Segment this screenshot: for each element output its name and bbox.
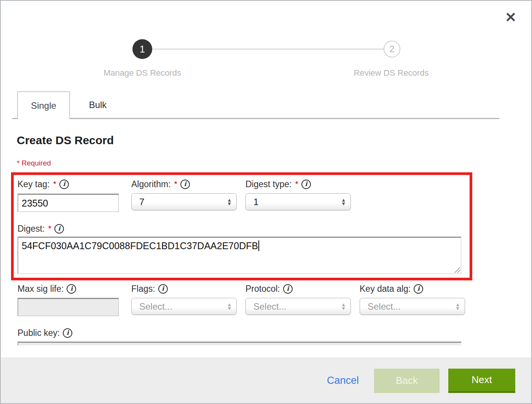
info-icon[interactable]: i [67,284,76,294]
digest-label-text: Digest: [18,224,45,234]
protocol-select[interactable]: Select... ▲▼ [245,298,351,315]
modal-footer: Cancel Back Next [1,358,531,403]
protocol-label: Protocol: i [245,283,293,294]
required-note: * Required [17,159,51,167]
flags-label: Flags: i [131,283,168,294]
info-icon[interactable]: i [414,284,423,294]
info-icon-glyph: i [305,181,307,187]
max-sig-life-label: Max sig life: i [18,283,76,294]
select-arrows-icon: ▲▼ [341,298,346,315]
key-data-alg-placeholder: Select... [368,301,401,312]
step-2-circle: 2 [384,41,400,57]
digest-type-value: 1 [253,197,258,207]
select-arrows-icon: ▲▼ [341,194,346,210]
arrow-down-icon: ▼ [455,307,460,310]
max-sig-life-label-text: Max sig life: [18,284,64,294]
info-icon[interactable]: i [63,328,72,338]
protocol-label-text: Protocol: [245,284,280,294]
arrow-down-icon: ▼ [341,202,346,206]
key-tag-input[interactable]: 23550 [18,194,119,212]
info-icon-glyph: i [184,181,186,187]
public-key-label: Public key: i [18,327,72,339]
flags-placeholder: Select... [139,301,172,312]
arrow-down-icon: ▼ [227,307,232,310]
arrow-down-icon: ▼ [227,202,232,206]
digest-type-label-text: Digest type: [245,179,291,189]
tab-single[interactable]: Single [17,91,70,119]
info-icon-glyph: i [63,181,65,187]
info-icon-glyph: i [58,226,61,232]
info-icon-glyph: i [70,286,73,292]
digest-textarea[interactable]: 54FCF030AA1C79C0088FDEC1BD1C37DAA2E70DFB [18,237,461,274]
public-key-label-text: Public key: [18,328,60,338]
create-ds-record-modal: ✕ 1 2 Manage DS Records Review DS Record… [0,0,532,404]
key-data-alg-label: Key data alg: i [360,283,423,294]
required-asterisk: * [295,179,298,189]
algorithm-value: 7 [139,197,144,207]
info-icon-glyph: i [67,330,69,336]
required-asterisk: * [174,179,178,189]
tab-underline [12,118,499,119]
back-button[interactable]: Back [374,369,440,393]
info-icon[interactable]: i [301,180,311,189]
public-key-textarea[interactable] [18,342,461,345]
info-icon[interactable]: i [283,284,293,294]
protocol-placeholder: Select... [253,301,287,312]
info-icon-glyph: i [162,286,164,292]
info-icon[interactable]: i [59,180,69,189]
info-icon[interactable]: i [180,180,190,189]
key-data-alg-label-text: Key data alg: [360,284,411,294]
algorithm-select[interactable]: 7 ▲▼ [131,193,237,210]
text-caret [258,240,259,251]
tab-bulk[interactable]: Bulk [70,92,126,118]
key-data-alg-select[interactable]: Select... ▲▼ [360,298,465,315]
key-tag-label: Key tag: * i [18,178,69,190]
next-button[interactable]: Next [448,369,515,393]
step-1-circle: 1 [132,39,152,59]
close-icon[interactable]: ✕ [502,9,519,26]
digest-value: 54FCF030AA1C79C0088FDEC1BD1C37DAA2E70DFB [22,240,258,251]
cancel-button[interactable]: Cancel [327,375,359,387]
key-tag-label-text: Key tag: [18,179,49,189]
max-sig-life-input[interactable] [18,298,119,316]
resize-grip-icon[interactable] [454,266,460,273]
info-icon-glyph: i [417,286,420,292]
info-icon[interactable]: i [54,224,64,234]
page-title: Create DS Record [17,134,114,147]
select-arrows-icon: ▲▼ [227,194,232,210]
step-1-label: Manage DS Records [81,68,203,78]
digest-type-label: Digest type: * i [245,178,311,190]
arrow-down-icon: ▼ [341,307,346,310]
select-arrows-icon: ▲▼ [227,298,232,315]
stepper-connector-line [152,49,384,49]
info-icon-glyph: i [287,286,289,292]
required-asterisk: * [48,224,52,234]
info-icon[interactable]: i [158,284,168,294]
required-asterisk: * [53,179,56,189]
flags-label-text: Flags: [131,284,155,294]
flags-select[interactable]: Select... ▲▼ [131,298,237,315]
digest-label: Digest: * i [18,223,64,234]
algorithm-label-text: Algorithm: [131,179,171,189]
select-arrows-icon: ▲▼ [455,298,460,315]
digest-type-select[interactable]: 1 ▲▼ [245,193,351,210]
key-tag-value: 23550 [22,198,48,209]
step-2-label: Review DS Records [330,68,452,78]
algorithm-label: Algorithm: * i [131,178,190,190]
